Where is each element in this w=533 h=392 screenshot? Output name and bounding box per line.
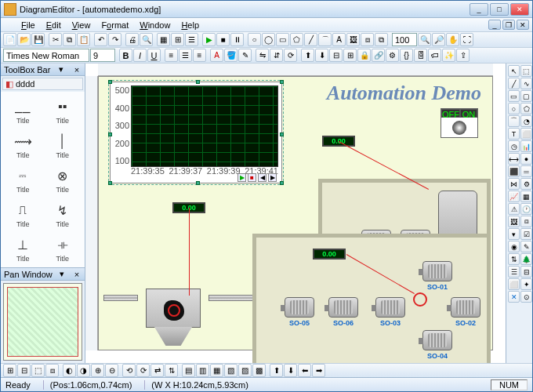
chart-play-icon[interactable]: ▶ bbox=[237, 173, 246, 182]
combo-icon[interactable]: ▾ bbox=[508, 228, 520, 240]
font-selector[interactable]: Times New Roman bbox=[3, 49, 89, 62]
bold-icon[interactable]: B bbox=[119, 49, 132, 62]
b-icon[interactable]: ⬆ bbox=[270, 364, 283, 377]
undo-icon[interactable]: ↶ bbox=[94, 33, 107, 46]
activex-icon[interactable]: ✦ bbox=[520, 278, 532, 290]
fontcolor-icon[interactable]: A bbox=[210, 49, 223, 62]
node-icon[interactable]: ⊙ bbox=[520, 291, 532, 303]
minimap[interactable] bbox=[3, 283, 82, 361]
roundrect-icon[interactable]: ▢ bbox=[520, 90, 532, 102]
gauge-icon[interactable]: ◷ bbox=[508, 140, 520, 152]
align-left-icon[interactable]: ≡ bbox=[165, 49, 178, 62]
motor-so02[interactable] bbox=[451, 297, 480, 318]
shape-item[interactable]: ⎯⎯Title bbox=[4, 95, 42, 128]
tree-icon[interactable]: 🌲 bbox=[520, 253, 532, 265]
shape-item[interactable]: ⎍Title bbox=[4, 198, 42, 231]
maximize-button[interactable]: □ bbox=[490, 3, 509, 16]
minimize-button[interactable]: _ bbox=[470, 3, 488, 16]
list-icon[interactable]: ☰ bbox=[508, 266, 520, 278]
shape-item[interactable]: │Title bbox=[44, 129, 82, 162]
ungroup-icon[interactable]: ⧉ bbox=[375, 33, 388, 46]
toolbox-category[interactable]: ◧dddd bbox=[2, 78, 83, 90]
panwin-close-icon[interactable]: × bbox=[72, 270, 82, 279]
shape-item[interactable]: ⟛Title bbox=[44, 233, 82, 266]
text2-icon[interactable]: T bbox=[508, 128, 520, 140]
rect2-icon[interactable]: ▭ bbox=[508, 90, 520, 102]
menu-edit[interactable]: Edit bbox=[42, 19, 66, 31]
layers-icon[interactable]: ☰ bbox=[185, 33, 198, 46]
b-icon[interactable]: ⬇ bbox=[284, 364, 297, 377]
ellipse2-icon[interactable]: ○ bbox=[508, 103, 520, 114]
shape-item[interactable]: ⟿Title bbox=[4, 129, 42, 162]
arc2-icon[interactable]: ⌒ bbox=[508, 115, 520, 127]
front-icon[interactable]: ⬆ bbox=[301, 49, 314, 62]
radio-icon[interactable]: ◉ bbox=[508, 241, 520, 252]
flip-v-icon[interactable]: ⇵ bbox=[270, 49, 283, 62]
motor-so04[interactable] bbox=[422, 330, 452, 350]
toolbox-pin-icon[interactable]: ▾ bbox=[56, 64, 66, 74]
menu-help[interactable]: Help bbox=[176, 19, 204, 31]
script-icon[interactable]: {} bbox=[400, 49, 413, 62]
b-icon[interactable]: ▤ bbox=[182, 364, 195, 377]
shape-item[interactable]: ⊗Title bbox=[44, 164, 82, 197]
shape-item[interactable]: ▪▪Title bbox=[44, 95, 82, 128]
check-icon[interactable]: ☑ bbox=[520, 228, 532, 240]
meter-icon[interactable]: 📊 bbox=[520, 140, 532, 152]
pump-widget[interactable]: Pump bbox=[138, 289, 208, 363]
zoom-value[interactable]: 100 bbox=[392, 33, 417, 46]
preview-icon[interactable]: 🔍 bbox=[140, 33, 153, 46]
fillcolor-icon[interactable]: 🪣 bbox=[224, 49, 237, 62]
tag-icon[interactable]: 🏷 bbox=[428, 49, 441, 62]
led-icon[interactable]: ● bbox=[520, 153, 532, 165]
rotate-icon[interactable]: ⟳ bbox=[284, 49, 297, 62]
line2-icon[interactable]: ╱ bbox=[508, 78, 520, 89]
back-icon[interactable]: ⬇ bbox=[315, 49, 328, 62]
b-icon[interactable]: ⧈ bbox=[45, 364, 59, 377]
underline-icon[interactable]: U bbox=[147, 49, 161, 62]
table-icon[interactable]: ▦ bbox=[520, 191, 532, 202]
b-icon[interactable]: ▦ bbox=[210, 364, 223, 377]
clock-icon[interactable]: 🕐 bbox=[520, 203, 532, 215]
b-icon[interactable]: ◑ bbox=[77, 364, 90, 377]
lock-icon[interactable]: 🔒 bbox=[357, 49, 371, 62]
grid-icon[interactable]: ▦ bbox=[157, 33, 170, 46]
toolbox-close-icon[interactable]: × bbox=[72, 65, 82, 74]
b-icon[interactable]: ▩ bbox=[252, 364, 266, 377]
motor-so03[interactable] bbox=[375, 297, 405, 318]
b-icon[interactable]: ⟳ bbox=[136, 364, 150, 377]
poly-icon[interactable]: ⬠ bbox=[290, 33, 303, 46]
motor-icon[interactable]: ⚙ bbox=[520, 178, 532, 190]
zoomin-icon[interactable]: 🔍 bbox=[418, 33, 431, 46]
valve-icon[interactable]: ⋈ bbox=[508, 178, 520, 190]
b-icon[interactable]: ⬚ bbox=[31, 364, 45, 377]
ole-icon[interactable]: ⧈ bbox=[520, 216, 532, 227]
ellipse-icon[interactable]: ◯ bbox=[262, 33, 275, 46]
rect-icon[interactable]: ▭ bbox=[276, 33, 289, 46]
menu-format[interactable]: Format bbox=[96, 19, 133, 31]
b-icon[interactable]: ⇄ bbox=[150, 364, 164, 377]
pipe-icon[interactable]: ═ bbox=[520, 165, 532, 177]
align-center-icon[interactable]: ☰ bbox=[179, 49, 192, 62]
italic-icon[interactable]: I bbox=[133, 49, 147, 62]
b-icon[interactable]: ⊟ bbox=[17, 364, 31, 377]
image-icon[interactable]: 🖼 bbox=[346, 33, 360, 46]
menu-file[interactable]: File bbox=[16, 19, 40, 31]
diagram-canvas[interactable]: Automation Demo 500400300200100 21:39:35… bbox=[98, 76, 493, 350]
flip-h-icon[interactable]: ⇋ bbox=[256, 49, 269, 62]
slider-icon[interactable]: ⟷ bbox=[508, 153, 520, 165]
zoomout-icon[interactable]: 🔎 bbox=[432, 33, 445, 46]
switch-knob-icon[interactable] bbox=[452, 121, 466, 135]
line-icon[interactable]: ╱ bbox=[304, 33, 317, 46]
tab-icon[interactable]: ⊟ bbox=[520, 266, 532, 278]
b-icon[interactable]: ⟲ bbox=[122, 364, 136, 377]
stop-icon[interactable]: ■ bbox=[216, 33, 230, 46]
hand-icon[interactable]: ✋ bbox=[446, 33, 459, 46]
select-icon[interactable]: ⬚ bbox=[520, 65, 532, 77]
cut-icon[interactable]: ✂ bbox=[49, 33, 62, 46]
b-icon[interactable]: ➡ bbox=[312, 364, 325, 377]
mdi-minimize[interactable]: _ bbox=[488, 20, 501, 30]
switch-widget[interactable]: OFFON bbox=[441, 108, 478, 138]
alarm-icon[interactable]: ⚠ bbox=[508, 203, 520, 215]
b-icon[interactable]: ▥ bbox=[196, 364, 209, 377]
shape-item[interactable]: ↯Title bbox=[44, 198, 82, 231]
